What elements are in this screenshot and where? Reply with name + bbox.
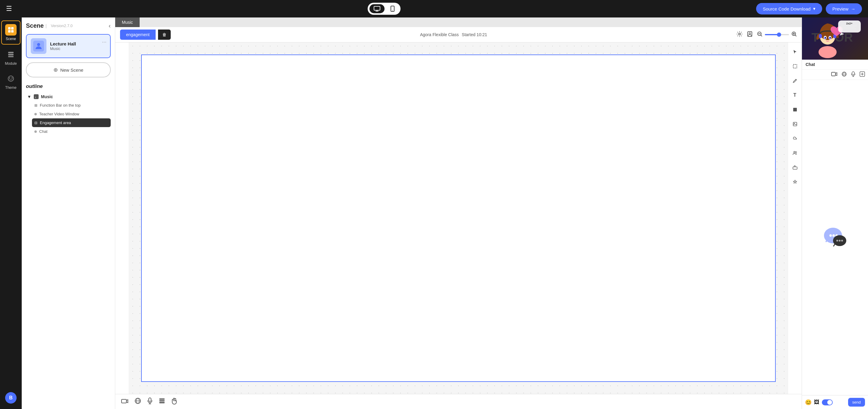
shape-tool[interactable] [790, 105, 800, 114]
menu-icon[interactable]: ☰ [6, 5, 12, 13]
device-desktop-btn[interactable] [369, 4, 384, 13]
select-tool[interactable] [790, 62, 800, 71]
outline-item-engagement[interactable]: ⊟ Engagement area [32, 118, 111, 127]
network-right-btn[interactable] [841, 71, 847, 78]
canvas-main[interactable] [129, 42, 788, 394]
new-scene-button[interactable]: ⊕ New Scene [26, 62, 111, 77]
avatar[interactable]: B [5, 392, 17, 404]
scene-icon-wrap [5, 24, 17, 36]
zoom-controls [757, 31, 797, 38]
briefcase-tool[interactable] [790, 163, 800, 172]
sidebar-item-scene[interactable]: Scene [1, 21, 21, 44]
svg-point-14 [37, 43, 40, 46]
svg-point-43 [830, 37, 831, 38]
right-panel-input-area: 😊 🖼 send [802, 395, 868, 409]
camera-button[interactable] [121, 398, 128, 406]
settings-canvas-button[interactable] [159, 398, 165, 406]
svg-rect-49 [841, 27, 855, 28]
outline-items: ⊞ Function Bar on the top Teacher Video … [26, 101, 111, 136]
sidebar-item-module[interactable]: Module [1, 46, 21, 69]
preview-arrow-icon: → [851, 6, 855, 11]
outline-group-music: ▼ ♪ Music ⊞ Function Bar on the top Teac… [26, 93, 111, 136]
cursor-tool[interactable] [790, 47, 800, 56]
canvas-content: T [115, 42, 802, 394]
svg-rect-4 [11, 27, 13, 30]
scene-version: Version2.7.0 [51, 24, 73, 28]
preview-button[interactable]: Preview → [826, 3, 862, 14]
svg-rect-5 [8, 30, 10, 33]
svg-text:♪: ♪ [35, 96, 36, 99]
svg-rect-24 [793, 122, 797, 126]
zoom-slider[interactable] [765, 34, 789, 35]
preview-label: Preview [832, 6, 848, 11]
microphone-button[interactable] [147, 398, 153, 406]
left-sidebar: Scene Module Theme [0, 18, 22, 409]
lecture-name: Lecture Hall [50, 41, 106, 46]
svg-point-17 [739, 33, 740, 35]
svg-point-61 [839, 240, 841, 242]
svg-rect-48 [841, 26, 857, 26]
delete-tab-button[interactable]: 🗑 [158, 30, 171, 40]
engagement-icon: ⊟ [34, 121, 37, 125]
music-tab[interactable]: Music [115, 18, 140, 27]
users-tool[interactable] [790, 148, 800, 158]
module-icon-wrap [5, 49, 17, 60]
scene-label: Scene [6, 37, 16, 41]
pencil-tool[interactable] [790, 76, 800, 85]
network-button[interactable] [134, 398, 141, 406]
send-button[interactable]: send [848, 398, 865, 407]
svg-rect-0 [374, 6, 380, 10]
function-bar-icon: ⊞ [34, 103, 37, 107]
emoji-icon[interactable]: 😊 [805, 399, 812, 406]
chat-panel-label: Chat [806, 62, 815, 67]
device-mobile-btn[interactable] [386, 4, 399, 13]
pin-tool[interactable] [790, 177, 800, 186]
canvas-selection-box[interactable] [141, 55, 776, 382]
outline-item-chat[interactable]: Chat [32, 127, 111, 136]
image-attach-icon[interactable]: 🖼 [814, 399, 819, 405]
hand-raise-button[interactable] [171, 398, 177, 405]
lecture-info: Lecture Hall Music [50, 41, 106, 51]
right-panel: TUTOR [802, 18, 868, 409]
canvas-area: Music engagement 🗑 Agora Flexible Class … [115, 18, 802, 409]
mic-right-btn[interactable] [851, 71, 855, 78]
settings-button[interactable] [737, 31, 743, 39]
svg-point-12 [11, 77, 13, 79]
portrait-button[interactable] [747, 31, 753, 39]
outline-item-function-bar[interactable]: ⊞ Function Bar on the top [32, 101, 111, 110]
right-panel-header: Chat [802, 60, 868, 70]
topbar-left: ☰ [6, 5, 12, 13]
zoom-in-button[interactable] [792, 31, 797, 38]
svg-point-60 [836, 240, 838, 242]
svg-rect-3 [8, 27, 10, 30]
add-right-btn[interactable] [860, 71, 865, 78]
outline-title: outline [26, 83, 111, 90]
camera-right-btn[interactable] [831, 72, 837, 77]
class-name: Agora Flexible Class [420, 32, 459, 37]
svg-rect-31 [149, 398, 151, 402]
svg-rect-8 [8, 54, 13, 56]
image-tool[interactable] [790, 120, 800, 129]
svg-rect-29 [122, 399, 126, 403]
source-code-download-button[interactable]: Source Code Download ▾ [756, 3, 822, 14]
outline-item-teacher-video[interactable]: Teacher Video Window [32, 110, 111, 118]
svg-point-56 [829, 234, 832, 237]
engagement-label: Engagement area [40, 121, 71, 125]
sidebar-item-theme[interactable]: Theme [1, 70, 21, 93]
text-tool[interactable]: T [790, 91, 800, 100]
chat-toggle[interactable] [822, 399, 833, 405]
function-bar-label: Function Bar on the top [40, 103, 81, 107]
canvas-right-tools: T [788, 42, 802, 394]
theme-label: Theme [5, 86, 16, 90]
lecture-card[interactable]: Lecture Hall Music ··· [26, 34, 111, 58]
cloud-tool[interactable] [790, 134, 800, 143]
engage-tab-button[interactable]: engagement [120, 30, 156, 40]
right-panel-toolbar [802, 70, 868, 80]
svg-point-19 [749, 33, 750, 34]
scene-back-button[interactable]: ‹ [108, 22, 111, 29]
topbar-center [368, 3, 401, 15]
lecture-more-button[interactable]: ··· [102, 39, 106, 45]
zoom-out-button[interactable] [757, 31, 763, 38]
canvas-tab-area: engagement 🗑 [120, 30, 171, 40]
outline-group-header[interactable]: ▼ ♪ Music [26, 93, 111, 101]
